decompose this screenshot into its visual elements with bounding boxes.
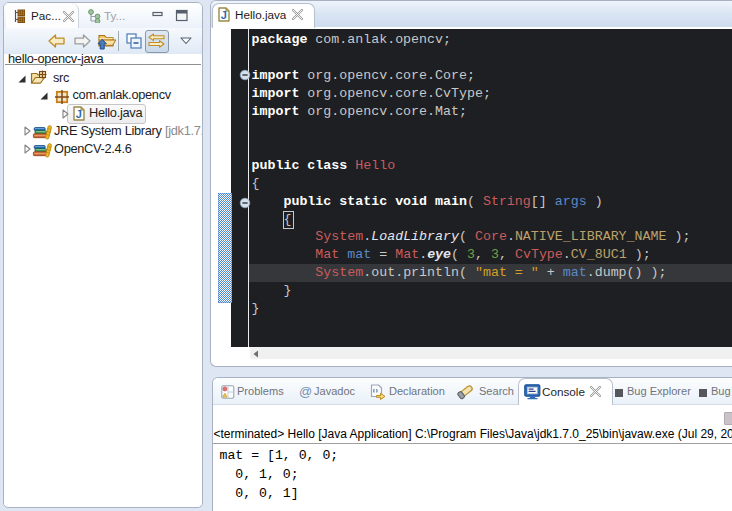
svg-text:J: J — [76, 108, 82, 120]
svg-text:J: J — [221, 9, 227, 21]
